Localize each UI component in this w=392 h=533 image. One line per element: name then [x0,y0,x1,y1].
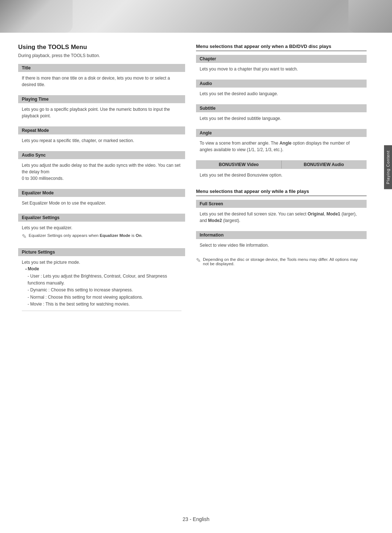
angle-block: Angle To view a scene from another angle… [196,129,367,157]
left-column: Using the TOOLS Menu During playback, pr… [18,44,185,321]
bonusview-content: Lets you set the desired Bonusview optio… [196,169,367,183]
bonusview-video-label: BONUSVIEW Video [196,161,282,169]
title-block: Title If there is more than one title on… [18,64,185,92]
information-block: Information Select to view video file in… [196,231,367,253]
section-subtitle: During playback, press the TOOLS button. [18,53,185,58]
mode-item: Mode [25,266,181,272]
mode-user: User : Lets you adjust the Brightness, C… [28,273,181,287]
footer-language: English [193,516,209,522]
playing-content-tab: Playing Content [384,145,392,189]
header-banner [0,0,392,33]
note-icon: ✎ [22,232,26,241]
equalizer-settings-content: Lets you set the equalizer. ✎ Equalizer … [18,222,185,245]
section-title: Using the TOOLS Menu [18,44,185,51]
angle-content: To view a scene from another angle. The … [196,137,367,157]
repeat-mode-content: Lets you repeat a specific title, chapte… [18,134,185,148]
repeat-mode-block: Repeat Mode Lets you repeat a specific t… [18,126,185,148]
picture-settings-block: Picture Settings Lets you set the pictur… [18,248,185,318]
information-content: Select to view video file information. [196,239,367,253]
full-screen-block: Full Screen Lets you set the desired ful… [196,200,367,228]
bonusview-block: BONUSVIEW Video BONUSVIEW Audio Lets you… [196,160,367,183]
page-number: 23 [183,516,188,522]
playing-time-content: Lets you go to a specific playback point… [18,103,185,124]
mode-list: Mode [22,266,181,272]
audio-label: Audio [196,80,367,88]
right-note-icon: ✎ [196,257,201,264]
main-content: Using the TOOLS Menu During playback, pr… [0,33,392,336]
picture-settings-content: Lets you set the picture mode. Mode User… [18,256,185,318]
picture-settings-label: Picture Settings [18,248,185,256]
bonusview-row: BONUSVIEW Video BONUSVIEW Audio [196,160,367,169]
page-footer: 23 - English [0,516,392,522]
section1-heading: Menu selections that appear only when a … [196,44,367,51]
bonusview-audio-label: BONUSVIEW Audio [282,161,367,169]
equalizer-mode-content: Set Equalizer Mode on to use the equaliz… [18,197,185,211]
audio-sync-content: Lets you adjust the audio delay so that … [18,159,185,186]
mode-normal: Normal : Choose this setting for most vi… [28,294,181,301]
information-label: Information [196,231,367,239]
chapter-block: Chapter Lets you move to a chapter that … [196,55,367,77]
chapter-label: Chapter [196,55,367,63]
subtitle-block: Subtitle Lets you set the desired subtit… [196,104,367,126]
section2-heading: Menu selections that appear only while a… [196,189,367,196]
full-screen-content: Lets you set the desired full screen siz… [196,208,367,228]
equalizer-mode-label: Equalizer Mode [18,189,185,197]
mode-dynamic: Dynamic : Choose this setting to increas… [28,287,181,294]
audio-sync-block: Audio Sync Lets you adjust the audio del… [18,151,185,186]
equalizer-mode-block: Equalizer Mode Set Equalizer Mode on to … [18,189,185,211]
playing-time-label: Playing Time [18,95,185,103]
right-column-note: ✎ Depending on the disc or storage devic… [196,257,367,266]
audio-content: Lets you set the desired audio language. [196,88,367,101]
subtitle-content: Lets you set the desired subtitle langua… [196,112,367,126]
audio-block: Audio Lets you set the desired audio lan… [196,80,367,101]
equalizer-settings-block: Equalizer Settings Lets you set the equa… [18,214,185,245]
full-screen-label: Full Screen [196,200,367,208]
mode-sub-list: User : Lets you adjust the Brightness, C… [22,273,181,308]
mode-movie: Movie : This is the best setting for wat… [28,301,181,308]
playing-time-block: Playing Time Lets you go to a specific p… [18,95,185,124]
title-label: Title [18,64,185,72]
right-column: Menu selections that appear only when a … [196,44,374,321]
equalizer-settings-label: Equalizer Settings [18,214,185,222]
angle-label: Angle [196,129,367,137]
chapter-content: Lets you move to a chapter that you want… [196,63,367,77]
title-content: If there is more than one title on a dis… [18,72,185,92]
subtitle-label: Subtitle [196,104,367,112]
repeat-mode-label: Repeat Mode [18,126,185,134]
equalizer-note: ✎ Equalizer Settings only appears when E… [22,233,181,241]
audio-sync-label: Audio Sync [18,151,185,159]
